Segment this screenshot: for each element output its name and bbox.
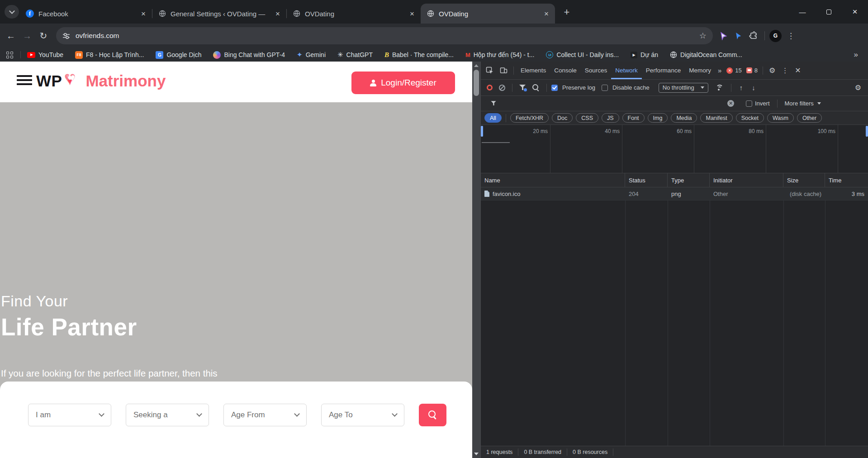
- preserve-log-label[interactable]: Preserve log: [562, 84, 595, 91]
- column-name[interactable]: Name: [481, 173, 625, 187]
- inspect-element-icon[interactable]: [483, 67, 497, 74]
- chip-other[interactable]: Other: [797, 113, 822, 123]
- devtools-tab-console[interactable]: Console: [550, 62, 581, 79]
- chip-media[interactable]: Media: [671, 113, 697, 123]
- network-conditions-icon[interactable]: [716, 85, 724, 91]
- chip-font[interactable]: Font: [622, 113, 645, 123]
- timeline-right-handle[interactable]: [866, 126, 868, 137]
- bookmark-youtube[interactable]: YouTube: [27, 51, 63, 58]
- close-icon[interactable]: ×: [541, 10, 551, 18]
- column-initiator[interactable]: Initiator: [710, 173, 783, 187]
- login-register-button[interactable]: Login/Register: [351, 72, 455, 94]
- timeline-left-handle[interactable]: [481, 126, 483, 137]
- tab-ovdating-active[interactable]: OVDating ×: [421, 4, 555, 24]
- bookmark-gemini[interactable]: ✦Gemini: [297, 51, 326, 59]
- request-name[interactable]: favicon.ico: [493, 191, 520, 197]
- extension-blue-cursor-icon[interactable]: [734, 32, 743, 40]
- console-errors-badge[interactable]: ✕15: [724, 67, 744, 74]
- chip-fetch-xhr[interactable]: Fetch/XHR: [510, 113, 549, 123]
- back-button[interactable]: ←: [3, 31, 19, 41]
- devtools-tab-sources[interactable]: Sources: [581, 62, 612, 79]
- bookmark-star-icon[interactable]: ☆: [699, 31, 707, 41]
- chip-wasm[interactable]: Wasm: [767, 113, 794, 123]
- close-window-button[interactable]: ×: [842, 0, 868, 24]
- search-button[interactable]: [419, 404, 446, 426]
- tab-general-settings[interactable]: General Settings ‹ OVDating — ×: [152, 4, 286, 24]
- chip-doc[interactable]: Doc: [552, 113, 573, 123]
- devtools-tab-memory[interactable]: Memory: [685, 62, 715, 79]
- minimize-button[interactable]: —: [789, 0, 816, 24]
- export-har-icon[interactable]: ↓: [748, 84, 759, 91]
- devtools-menu-icon[interactable]: ⋮: [778, 67, 792, 75]
- column-status[interactable]: Status: [625, 173, 668, 187]
- extensions-puzzle-icon[interactable]: [749, 31, 758, 40]
- column-time[interactable]: Time: [825, 173, 868, 187]
- extension-cursor-icon[interactable]: [719, 32, 728, 40]
- column-size[interactable]: Size: [783, 173, 825, 187]
- import-har-icon[interactable]: ↑: [736, 84, 747, 91]
- more-tabs-icon[interactable]: »: [715, 67, 724, 74]
- i-am-select[interactable]: I am: [28, 404, 111, 426]
- tab-facebook[interactable]: f Facebook ×: [19, 4, 152, 24]
- scroll-up-icon[interactable]: [474, 64, 479, 67]
- reload-button[interactable]: ↻: [35, 30, 52, 41]
- bookmark-gmail-inbox[interactable]: MHộp thư đến (54) - t...: [465, 51, 535, 58]
- network-overview-timeline[interactable]: 20 ms 40 ms 60 ms 80 ms 100 ms: [481, 125, 868, 173]
- profile-avatar[interactable]: G: [769, 30, 782, 42]
- bookmark-f8[interactable]: F8F8 - Học Lập Trình...: [75, 51, 144, 59]
- bookmark-babel[interactable]: BBabel · The compile...: [384, 51, 454, 59]
- chip-socket[interactable]: Socket: [736, 113, 764, 123]
- apps-grid-icon[interactable]: [6, 52, 13, 58]
- bookmark-chatgpt[interactable]: ✳ChatGPT: [337, 51, 373, 59]
- device-toolbar-icon[interactable]: [497, 67, 511, 74]
- close-icon[interactable]: ×: [138, 10, 148, 18]
- more-filters-button[interactable]: More filters: [780, 100, 825, 107]
- forward-button[interactable]: →: [19, 31, 35, 41]
- scroll-down-icon[interactable]: [474, 453, 479, 455]
- bookmarks-overflow-icon[interactable]: »: [854, 50, 858, 59]
- column-type[interactable]: Type: [668, 173, 710, 187]
- tab-search-button[interactable]: [5, 5, 19, 19]
- search-icon[interactable]: [532, 84, 539, 91]
- url-text[interactable]: ovfriends.com: [76, 32, 694, 40]
- maximize-button[interactable]: [816, 0, 842, 24]
- browser-menu-icon[interactable]: ⋮: [782, 31, 803, 41]
- devtools-close-icon[interactable]: ✕: [792, 66, 805, 75]
- disable-cache-checkbox[interactable]: [602, 85, 608, 91]
- clear-filter-icon[interactable]: ✕: [727, 100, 734, 107]
- devtools-tab-elements[interactable]: Elements: [517, 62, 550, 79]
- hamburger-menu-icon[interactable]: [17, 75, 32, 87]
- invert-checkbox[interactable]: [746, 100, 752, 107]
- network-settings-icon[interactable]: ⚙: [852, 83, 864, 92]
- devtools-tab-network[interactable]: Network: [611, 62, 642, 79]
- site-logo[interactable]: WP ♥♥♥♥ Matrimony: [36, 71, 166, 91]
- chip-css[interactable]: CSS: [576, 113, 598, 123]
- devtools-tab-performance[interactable]: Performance: [642, 62, 685, 79]
- chip-js[interactable]: JS: [602, 113, 619, 123]
- site-settings-icon[interactable]: [62, 32, 70, 40]
- bookmark-collect-ui[interactable]: UICollect UI - Daily ins...: [546, 51, 619, 58]
- age-to-select[interactable]: Age To: [321, 404, 404, 426]
- bookmark-google-translate[interactable]: GGoogle Dịch: [156, 51, 201, 59]
- request-row-favicon[interactable]: favicon.ico 204 png Other (disk cache) 3…: [481, 187, 868, 200]
- invert-label[interactable]: Invert: [755, 100, 770, 107]
- seeking-a-select[interactable]: Seeking a: [126, 404, 209, 426]
- close-icon[interactable]: ×: [273, 10, 283, 18]
- record-network-log-icon[interactable]: [487, 85, 493, 91]
- devtools-settings-icon[interactable]: ⚙: [766, 66, 778, 75]
- bookmark-du-an[interactable]: ▶Dự án: [631, 51, 658, 58]
- scrollbar-thumb[interactable]: [474, 70, 479, 96]
- close-icon[interactable]: ×: [407, 10, 417, 18]
- filter-input[interactable]: ✕: [484, 98, 738, 109]
- chip-img[interactable]: Img: [648, 113, 668, 123]
- chip-manifest[interactable]: Manifest: [700, 113, 732, 123]
- throttling-select[interactable]: No throttling: [659, 83, 708, 93]
- address-bar[interactable]: ovfriends.com ☆: [56, 27, 713, 44]
- new-tab-button[interactable]: +: [561, 6, 573, 18]
- preserve-log-checkbox[interactable]: [551, 85, 558, 91]
- bookmark-bing-chat[interactable]: Bing Chat with GPT-4: [213, 51, 285, 59]
- age-from-select[interactable]: Age From: [223, 404, 307, 426]
- page-scrollbar[interactable]: [472, 62, 480, 458]
- chip-all[interactable]: All: [484, 113, 502, 123]
- clear-network-log-icon[interactable]: [499, 85, 505, 91]
